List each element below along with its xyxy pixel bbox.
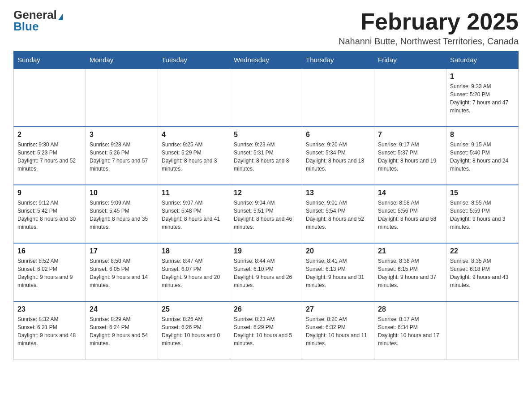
day-number: 13 bbox=[306, 189, 370, 197]
day-number: 24 bbox=[90, 305, 154, 313]
calendar-table: SundayMondayTuesdayWednesdayThursdayFrid… bbox=[13, 51, 519, 360]
day-info: Sunrise: 8:32 AMSunset: 6:21 PMDaylight:… bbox=[17, 315, 82, 347]
calendar-cell bbox=[374, 68, 446, 127]
day-number: 25 bbox=[162, 305, 226, 313]
weekday-header-monday: Monday bbox=[86, 51, 158, 69]
day-number: 9 bbox=[17, 189, 82, 197]
title-section: February 2025 Nahanni Butte, Northwest T… bbox=[339, 9, 519, 47]
day-info: Sunrise: 9:28 AMSunset: 5:26 PMDaylight:… bbox=[90, 141, 154, 173]
location-subtitle: Nahanni Butte, Northwest Territories, Ca… bbox=[339, 36, 519, 47]
day-info: Sunrise: 8:26 AMSunset: 6:26 PMDaylight:… bbox=[162, 315, 226, 347]
day-info: Sunrise: 9:01 AMSunset: 5:54 PMDaylight:… bbox=[306, 199, 370, 231]
day-number: 11 bbox=[162, 189, 226, 197]
day-info: Sunrise: 8:55 AMSunset: 5:59 PMDaylight:… bbox=[450, 199, 515, 231]
weekday-header-tuesday: Tuesday bbox=[158, 51, 230, 69]
calendar-week-row: 9Sunrise: 9:12 AMSunset: 5:42 PMDaylight… bbox=[14, 185, 519, 243]
calendar-cell: 9Sunrise: 9:12 AMSunset: 5:42 PMDaylight… bbox=[14, 185, 86, 243]
day-number: 10 bbox=[90, 189, 154, 197]
day-number: 2 bbox=[17, 131, 82, 139]
day-number: 18 bbox=[162, 247, 226, 255]
weekday-header-wednesday: Wednesday bbox=[230, 51, 302, 69]
logo-blue-text: Blue bbox=[13, 20, 39, 33]
weekday-header-saturday: Saturday bbox=[446, 51, 519, 69]
calendar-cell: 10Sunrise: 9:09 AMSunset: 5:45 PMDayligh… bbox=[86, 185, 158, 243]
calendar-cell: 26Sunrise: 8:23 AMSunset: 6:29 PMDayligh… bbox=[230, 301, 302, 360]
calendar-cell bbox=[158, 68, 230, 127]
day-info: Sunrise: 8:23 AMSunset: 6:29 PMDaylight:… bbox=[234, 315, 298, 347]
day-info: Sunrise: 9:30 AMSunset: 5:23 PMDaylight:… bbox=[17, 141, 82, 173]
calendar-cell: 12Sunrise: 9:04 AMSunset: 5:51 PMDayligh… bbox=[230, 185, 302, 243]
page-header: General Blue February 2025 Nahanni Butte… bbox=[13, 9, 519, 47]
day-number: 3 bbox=[90, 131, 154, 139]
weekday-header-friday: Friday bbox=[374, 51, 446, 69]
day-number: 7 bbox=[378, 131, 442, 139]
day-number: 22 bbox=[450, 247, 515, 255]
day-info: Sunrise: 9:33 AMSunset: 5:20 PMDaylight:… bbox=[450, 82, 515, 115]
day-info: Sunrise: 8:41 AMSunset: 6:13 PMDaylight:… bbox=[306, 257, 370, 289]
day-info: Sunrise: 8:58 AMSunset: 5:56 PMDaylight:… bbox=[378, 199, 442, 231]
day-number: 28 bbox=[378, 305, 442, 313]
calendar-cell: 8Sunrise: 9:15 AMSunset: 5:40 PMDaylight… bbox=[446, 127, 519, 185]
day-info: Sunrise: 8:17 AMSunset: 6:34 PMDaylight:… bbox=[378, 315, 442, 347]
calendar-cell bbox=[446, 301, 519, 360]
day-number: 4 bbox=[162, 131, 226, 139]
calendar-cell bbox=[14, 68, 86, 127]
calendar-cell: 23Sunrise: 8:32 AMSunset: 6:21 PMDayligh… bbox=[14, 301, 86, 360]
day-info: Sunrise: 9:17 AMSunset: 5:37 PMDaylight:… bbox=[378, 141, 442, 173]
day-number: 23 bbox=[17, 305, 82, 313]
day-number: 6 bbox=[306, 131, 370, 139]
day-number: 19 bbox=[234, 247, 298, 255]
calendar-cell: 20Sunrise: 8:41 AMSunset: 6:13 PMDayligh… bbox=[302, 243, 374, 301]
calendar-cell: 5Sunrise: 9:23 AMSunset: 5:31 PMDaylight… bbox=[230, 127, 302, 185]
calendar-cell: 16Sunrise: 8:52 AMSunset: 6:02 PMDayligh… bbox=[14, 243, 86, 301]
day-number: 15 bbox=[450, 189, 515, 197]
weekday-header-sunday: Sunday bbox=[14, 51, 86, 69]
day-info: Sunrise: 9:25 AMSunset: 5:29 PMDaylight:… bbox=[162, 141, 226, 173]
calendar-cell: 19Sunrise: 8:44 AMSunset: 6:10 PMDayligh… bbox=[230, 243, 302, 301]
day-info: Sunrise: 8:38 AMSunset: 6:15 PMDaylight:… bbox=[378, 257, 442, 289]
calendar-cell bbox=[86, 68, 158, 127]
day-info: Sunrise: 9:12 AMSunset: 5:42 PMDaylight:… bbox=[17, 199, 82, 231]
day-number: 1 bbox=[450, 73, 515, 81]
day-info: Sunrise: 8:35 AMSunset: 6:18 PMDaylight:… bbox=[450, 257, 515, 289]
calendar-week-row: 16Sunrise: 8:52 AMSunset: 6:02 PMDayligh… bbox=[14, 243, 519, 301]
calendar-cell: 1Sunrise: 9:33 AMSunset: 5:20 PMDaylight… bbox=[446, 68, 519, 127]
day-number: 14 bbox=[378, 189, 442, 197]
calendar-cell: 22Sunrise: 8:35 AMSunset: 6:18 PMDayligh… bbox=[446, 243, 519, 301]
day-info: Sunrise: 9:23 AMSunset: 5:31 PMDaylight:… bbox=[234, 141, 298, 173]
logo: General Blue bbox=[13, 9, 63, 32]
calendar-cell: 15Sunrise: 8:55 AMSunset: 5:59 PMDayligh… bbox=[446, 185, 519, 243]
day-info: Sunrise: 9:07 AMSunset: 5:48 PMDaylight:… bbox=[162, 199, 226, 231]
calendar-cell: 14Sunrise: 8:58 AMSunset: 5:56 PMDayligh… bbox=[374, 185, 446, 243]
calendar-cell bbox=[302, 68, 374, 127]
logo-top: General bbox=[13, 9, 63, 21]
month-title: February 2025 bbox=[339, 9, 519, 34]
calendar-cell: 2Sunrise: 9:30 AMSunset: 5:23 PMDaylight… bbox=[14, 127, 86, 185]
day-info: Sunrise: 8:29 AMSunset: 6:24 PMDaylight:… bbox=[90, 315, 154, 347]
day-info: Sunrise: 8:50 AMSunset: 6:05 PMDaylight:… bbox=[90, 257, 154, 289]
calendar-cell bbox=[230, 68, 302, 127]
calendar-cell: 7Sunrise: 9:17 AMSunset: 5:37 PMDaylight… bbox=[374, 127, 446, 185]
calendar-cell: 3Sunrise: 9:28 AMSunset: 5:26 PMDaylight… bbox=[86, 127, 158, 185]
day-info: Sunrise: 8:47 AMSunset: 6:07 PMDaylight:… bbox=[162, 257, 226, 289]
calendar-week-row: 23Sunrise: 8:32 AMSunset: 6:21 PMDayligh… bbox=[14, 301, 519, 360]
calendar-cell: 4Sunrise: 9:25 AMSunset: 5:29 PMDaylight… bbox=[158, 127, 230, 185]
day-info: Sunrise: 9:15 AMSunset: 5:40 PMDaylight:… bbox=[450, 141, 515, 173]
calendar-cell: 21Sunrise: 8:38 AMSunset: 6:15 PMDayligh… bbox=[374, 243, 446, 301]
calendar-cell: 24Sunrise: 8:29 AMSunset: 6:24 PMDayligh… bbox=[86, 301, 158, 360]
day-info: Sunrise: 9:20 AMSunset: 5:34 PMDaylight:… bbox=[306, 141, 370, 173]
day-number: 21 bbox=[378, 247, 442, 255]
day-number: 8 bbox=[450, 131, 515, 139]
day-info: Sunrise: 8:52 AMSunset: 6:02 PMDaylight:… bbox=[17, 257, 82, 289]
day-number: 26 bbox=[234, 305, 298, 313]
calendar-cell: 11Sunrise: 9:07 AMSunset: 5:48 PMDayligh… bbox=[158, 185, 230, 243]
day-number: 16 bbox=[17, 247, 82, 255]
calendar-cell: 18Sunrise: 8:47 AMSunset: 6:07 PMDayligh… bbox=[158, 243, 230, 301]
day-info: Sunrise: 9:09 AMSunset: 5:45 PMDaylight:… bbox=[90, 199, 154, 231]
day-number: 27 bbox=[306, 305, 370, 313]
calendar-header-row: SundayMondayTuesdayWednesdayThursdayFrid… bbox=[14, 51, 519, 69]
calendar-cell: 17Sunrise: 8:50 AMSunset: 6:05 PMDayligh… bbox=[86, 243, 158, 301]
calendar-cell: 25Sunrise: 8:26 AMSunset: 6:26 PMDayligh… bbox=[158, 301, 230, 360]
calendar-cell: 27Sunrise: 8:20 AMSunset: 6:32 PMDayligh… bbox=[302, 301, 374, 360]
calendar-cell: 13Sunrise: 9:01 AMSunset: 5:54 PMDayligh… bbox=[302, 185, 374, 243]
